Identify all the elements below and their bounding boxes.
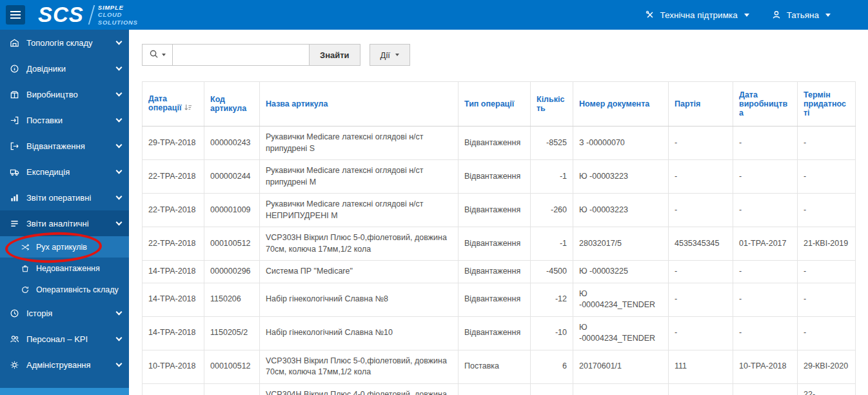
column-header-operation-date[interactable]: Дата операції <box>143 82 204 127</box>
cell-operation-type: Відвантаження <box>459 261 531 283</box>
cell-expiry-date: - <box>798 283 856 316</box>
sort-descending-icon <box>184 105 192 114</box>
info-icon <box>9 64 20 74</box>
cell-quantity: -1 <box>531 160 573 194</box>
cell-batch: - <box>669 261 733 283</box>
cell-expiry-date: 22-ТРА-2019 <box>798 383 856 395</box>
search-toolbar: Знайти Дії <box>142 44 856 66</box>
cell-batch: - <box>669 194 733 227</box>
support-menu-label: Технічна підтримка <box>660 10 738 20</box>
sidebar-item-expedition[interactable]: Експедиція <box>0 159 129 185</box>
column-header-production-date[interactable]: Дата виробництва <box>733 82 798 127</box>
chevron-down-icon <box>116 90 123 97</box>
hamburger-menu-button[interactable] <box>6 5 25 25</box>
cell-article-code: 000100512 <box>204 227 260 261</box>
actions-button[interactable]: Дії <box>370 44 410 66</box>
cell-production-date: - <box>733 283 798 316</box>
cell-operation-type: Відвантаження <box>459 227 531 261</box>
cell-operation-date: 22-ТРА-2018 <box>143 194 204 227</box>
sidebar-item-supplies[interactable]: Поставки <box>0 107 129 133</box>
cell-article-code: 000100512 <box>204 350 260 383</box>
column-header-quantity[interactable]: Кількість <box>531 82 573 127</box>
caret-down-icon <box>162 54 166 56</box>
topbar: SCS SIMPLE CLOUD SOLUTIONS Технічна підт… <box>0 0 868 30</box>
cell-expiry-date: 29-КВІ-2020 <box>798 350 856 383</box>
sidebar-subitem-label: Недовантаження <box>36 264 100 273</box>
table-row[interactable]: 14-ТРА-20181150205/2Набір гінекологічний… <box>143 316 856 350</box>
sidebar-item-label: Експедиція <box>26 167 70 177</box>
column-header-article-code[interactable]: Код артикула <box>204 82 260 127</box>
support-menu[interactable]: Технічна підтримка <box>645 10 749 20</box>
production-icon <box>9 90 20 99</box>
table-row[interactable]: 22-ТРА-2018000100512VCP303H Вікрил Плюс … <box>143 227 856 261</box>
sidebar-item-history[interactable]: Історія <box>0 300 129 326</box>
cell-article-name: Набір гінекологічний Славна №10 <box>260 316 459 350</box>
sidebar-item-directories[interactable]: Довідники <box>0 56 129 81</box>
column-header-article-name[interactable]: Назва артикула <box>260 82 459 127</box>
logo-text: SCS <box>38 4 84 25</box>
cell-article-name: VCP304H Вікрил Плюс 4-0,фіолетовий, довж… <box>260 383 459 395</box>
cell-document-number: Ю -00004234_TENDER <box>573 316 669 350</box>
search-scope-button[interactable] <box>142 44 173 66</box>
sidebar: Топологія складу Довідники Виробництво П… <box>0 30 129 395</box>
logo-tagline: SIMPLE CLOUD SOLUTIONS <box>98 4 138 26</box>
sidebar-item-production[interactable]: Виробництво <box>0 81 129 107</box>
table-row[interactable]: 22-ТРА-2018000000244Рукавички Medicare л… <box>143 160 856 194</box>
person-icon <box>771 10 782 19</box>
cell-production-date: 01-ЧЕР-2017 <box>733 383 798 395</box>
cycle-icon <box>19 285 30 294</box>
search-button[interactable]: Знайти <box>309 44 360 66</box>
search-input[interactable] <box>173 44 310 66</box>
user-menu-label: Татьяна <box>787 10 819 20</box>
cell-article-name: Рукавички Medicare латексні оглядові н/с… <box>260 127 459 160</box>
sidebar-item-label: Персонал – KPI <box>26 334 88 344</box>
sidebar-subitem-warehouse-efficiency[interactable]: Оперативність складу <box>0 279 129 300</box>
cell-operation-type: Відвантаження <box>459 283 531 316</box>
analytical-reports-submenu: Рух артикулів Недовантаження Оперативніс… <box>0 236 129 300</box>
cell-article-code: 000001009 <box>204 194 260 227</box>
table-row[interactable]: 22-ТРА-2018000001009Рукавички Medicare л… <box>143 194 856 227</box>
sidebar-subitem-article-movement[interactable]: Рух артикулів <box>0 236 129 258</box>
sidebar-item-label: Звіти оперативні <box>26 193 91 203</box>
table-row[interactable]: 10-ТРА-2018000100513VCP304H Вікрил Плюс … <box>143 383 856 395</box>
cell-batch: 111 <box>669 350 733 383</box>
cell-quantity: -1 <box>531 227 573 261</box>
user-menu[interactable]: Татьяна <box>771 10 831 20</box>
table-row[interactable]: 29-ТРА-2018000000243Рукавички Medicare л… <box>143 127 856 160</box>
chevron-down-icon <box>116 335 123 341</box>
caret-down-icon <box>395 54 399 56</box>
cell-document-number: Ю -00004234_TENDER <box>573 283 669 316</box>
gear-icon <box>9 360 20 370</box>
table-body: 29-ТРА-2018000000243Рукавички Medicare л… <box>143 127 856 395</box>
sidebar-item-topology[interactable]: Топологія складу <box>0 30 129 56</box>
sidebar-item-label: Звіти аналітичні <box>26 219 89 228</box>
supplies-icon <box>9 116 20 125</box>
cell-article-name: Система ПР "Medicare" <box>260 261 459 283</box>
actions-button-label: Дії <box>380 50 390 60</box>
cell-batch: - <box>669 316 733 350</box>
cell-operation-date: 10-ТРА-2018 <box>143 383 204 395</box>
sidebar-item-administration[interactable]: Адміністрування <box>0 352 129 378</box>
sidebar-subitem-underloading[interactable]: Недовантаження <box>0 258 129 279</box>
sidebar-item-shipments[interactable]: Відвантаження <box>0 133 129 159</box>
topbar-right: Технічна підтримка Татьяна <box>645 10 868 20</box>
sidebar-item-operational-reports[interactable]: Звіти оперативні <box>0 185 129 210</box>
column-header-document-number[interactable]: Номер документа <box>573 82 669 127</box>
sidebar-item-label: Адміністрування <box>26 360 91 370</box>
cell-article-name: Набір гінекологічний Славна №8 <box>260 283 459 316</box>
table-row[interactable]: 14-ТРА-2018000000296Система ПР "Medicare… <box>143 261 856 283</box>
cell-article-code: 000000296 <box>204 261 260 283</box>
tools-icon <box>645 10 656 19</box>
cell-document-number: 28032017/5 <box>573 227 669 261</box>
cell-article-name: VCP303H Вікрил Плюс 5-0,фіолетовий, довж… <box>260 227 459 261</box>
sidebar-item-personnel-kpi[interactable]: Персонал – KPI <box>0 326 129 352</box>
column-header-operation-type[interactable]: Тип операції <box>459 82 531 127</box>
column-header-expiry-date[interactable]: Термін придатності <box>798 82 856 127</box>
table-row[interactable]: 14-ТРА-20181150206Набір гінекологічний С… <box>143 283 856 316</box>
chevron-down-icon <box>116 116 123 123</box>
cell-article-name: Рукавички Medicare латексні оглядові н/с… <box>260 194 459 227</box>
table-row[interactable]: 10-ТРА-2018000100512VCP303H Вікрил Плюс … <box>143 350 856 383</box>
sidebar-item-analytical-reports[interactable]: Звіти аналітичні <box>0 210 129 236</box>
sidebar-item-label: Історія <box>26 309 52 318</box>
column-header-batch[interactable]: Партія <box>669 82 733 127</box>
